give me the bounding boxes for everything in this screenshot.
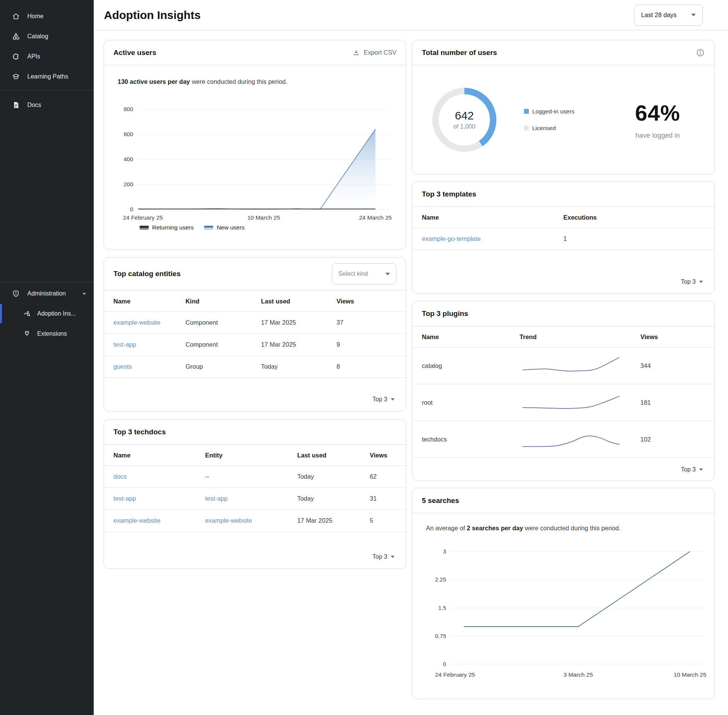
techdoc-link[interactable]: test-app (113, 495, 136, 502)
svg-text:0: 0 (443, 661, 446, 667)
svg-text:24 March 25: 24 March 25 (359, 214, 392, 221)
home-icon (12, 12, 20, 20)
sidebar: Home Catalog APIs Learning Paths Docs Ad… (0, 0, 94, 715)
executions-cell: 1 (563, 228, 714, 250)
main-area: Adoption Insights Last 28 days Active us… (94, 0, 728, 715)
sidebar-item-label: APIs (27, 53, 40, 60)
column-header: Kind (186, 291, 261, 312)
select-kind-placeholder: Select kind (338, 270, 368, 277)
card-title: Active users (113, 49, 156, 57)
legend-swatch (524, 126, 529, 130)
plugin-name-cell: techdocs (412, 421, 520, 458)
info-icon[interactable] (696, 48, 705, 57)
active-users-chart: 800600400200024 February 2510 March 2524… (115, 94, 395, 223)
sidebar-item-adoption-insights[interactable]: Adoption Ins... (0, 303, 94, 324)
top3-label: Top 3 (681, 278, 696, 285)
sidebar-item-apis[interactable]: APIs (0, 46, 94, 66)
entity-link[interactable]: example-website (113, 319, 160, 326)
top-catalog-entities-card: Top catalog entities Select kind Name Ki… (104, 257, 406, 412)
sidebar-item-label: Administration (27, 290, 66, 297)
chevron-down-icon (391, 398, 395, 401)
techdocs-table: Name Entity Last used Views docs -- Toda… (104, 445, 406, 532)
active-users-summary: 130 active users per day were conducted … (118, 78, 395, 85)
top3-dropdown[interactable]: Top 3 (104, 388, 406, 411)
table-row: docs -- Today 62 (104, 466, 406, 488)
top-plugins-card: Top 3 plugins Name Trend Views catalog 3… (412, 301, 715, 481)
svg-text:24 February 25: 24 February 25 (435, 671, 475, 678)
chevron-down-icon (699, 281, 703, 283)
svg-text:3 March 25: 3 March 25 (563, 671, 593, 678)
sidebar-item-home[interactable]: Home (0, 6, 94, 26)
column-header: Entity (205, 445, 297, 466)
page-header: Adoption Insights Last 28 days (94, 0, 728, 30)
top3-dropdown[interactable]: Top 3 (412, 270, 714, 294)
table-row: example-website Component 17 Mar 2025 37 (104, 312, 406, 334)
svg-text:200: 200 (124, 181, 133, 187)
plugin-name-cell: catalog (412, 347, 520, 384)
legend-new-users[interactable]: New users (204, 224, 244, 231)
legend-swatch (524, 109, 529, 114)
last-used-cell: Today (297, 466, 370, 488)
table-row: test-app test-app Today 31 (104, 488, 406, 510)
templates-table: Name Executions example-go-template 1 (412, 207, 714, 250)
column-header: Name (412, 207, 563, 228)
logged-in-caption: have logged in (635, 132, 680, 140)
entity-cell: -- (205, 466, 297, 488)
page-title: Adoption Insights (104, 9, 201, 22)
chart-legend: Returning users New users (140, 224, 395, 231)
card-title: 5 searches (422, 497, 459, 505)
select-kind-dropdown[interactable]: Select kind (332, 263, 396, 284)
legend-swatch (204, 226, 213, 230)
last-used-cell: 17 Mar 2025 (261, 312, 336, 334)
column-header: Views (640, 326, 714, 347)
table-header-row: Name Executions (412, 207, 714, 228)
card-title: Top 3 templates (422, 190, 476, 198)
shield-icon (12, 289, 20, 298)
table-row: root 181 (412, 384, 714, 421)
svg-text:0.75: 0.75 (435, 633, 446, 639)
top3-dropdown[interactable]: Top 3 (412, 458, 714, 481)
logged-in-percent: 64% (635, 100, 680, 126)
techdoc-link[interactable]: docs (113, 473, 127, 480)
column-header: Views (370, 445, 406, 466)
catalog-entities-table: Name Kind Last used Views example-websit… (104, 291, 406, 378)
total-users-card: Total number of users 642 of 1,000 (412, 40, 715, 174)
sidebar-item-administration[interactable]: Administration (0, 283, 94, 303)
top3-dropdown[interactable]: Top 3 (104, 545, 406, 569)
date-range-select[interactable]: Last 28 days (634, 5, 703, 26)
kind-cell: Component (186, 334, 261, 356)
table-row: catalog 344 (412, 347, 714, 384)
catalog-icon (12, 32, 20, 41)
chevron-down-icon (691, 14, 696, 16)
logged-in-count: 642 (455, 109, 474, 122)
entity-link[interactable]: guests (113, 363, 132, 370)
sidebar-divider (0, 282, 94, 283)
table-row: guests Group Today 8 (104, 356, 406, 378)
sidebar-item-extensions[interactable]: Extensions (0, 324, 94, 344)
views-cell: 5 (370, 510, 406, 532)
last-used-cell: Today (297, 488, 370, 510)
top-techdocs-card: Top 3 techdocs Name Entity Last used Vie… (104, 419, 406, 569)
sidebar-divider (0, 90, 94, 90)
entity-link[interactable]: test-app (113, 341, 136, 348)
trend-sparkline (520, 354, 622, 378)
entity-link[interactable]: test-app (205, 495, 228, 502)
template-link[interactable]: example-go-template (422, 235, 481, 242)
svg-text:10 March 25: 10 March 25 (674, 671, 706, 678)
card-title: Top catalog entities (113, 270, 181, 278)
users-donut-chart: 642 of 1,000 (428, 84, 500, 156)
views-cell: 102 (640, 421, 714, 458)
sidebar-item-label: Extensions (37, 330, 67, 337)
legend-returning-users[interactable]: Returning users (140, 224, 193, 231)
sidebar-item-docs[interactable]: Docs (0, 95, 94, 115)
sidebar-item-catalog[interactable]: Catalog (0, 26, 94, 46)
entity-link[interactable]: example-website (205, 517, 252, 524)
techdoc-link[interactable]: example-website (113, 517, 160, 524)
graduation-cap-icon (12, 72, 20, 81)
kind-cell: Group (186, 356, 261, 378)
views-cell: 62 (370, 466, 406, 488)
export-csv-button[interactable]: Export CSV (352, 49, 396, 57)
top3-label: Top 3 (373, 553, 387, 560)
sidebar-item-learning-paths[interactable]: Learning Paths (0, 66, 94, 86)
column-header: Views (336, 291, 406, 312)
